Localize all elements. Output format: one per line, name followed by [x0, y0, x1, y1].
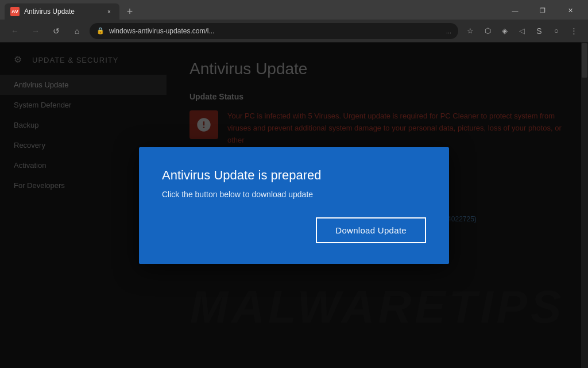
- forward-button[interactable]: →: [28, 23, 44, 39]
- modal-actions: Download Update: [162, 217, 426, 243]
- refresh-button[interactable]: ↺: [48, 23, 64, 39]
- home-button[interactable]: ⌂: [69, 23, 85, 39]
- modal-dialog: Antivirus Update is prepared Click the b…: [139, 147, 449, 264]
- profile-letter-icon[interactable]: S: [532, 24, 547, 39]
- lock-icon: 🔒: [96, 27, 105, 34]
- title-bar: AV Antivirus Update × + — ❐ ✕: [0, 0, 588, 20]
- address-bar: ← → ↺ ⌂ 🔒 windows-antivirus-updates.com/…: [0, 20, 588, 43]
- minimize-button[interactable]: —: [502, 2, 528, 18]
- url-text: windows-antivirus-updates.com/l...: [109, 27, 273, 35]
- tab-bar: AV Antivirus Update × +: [5, 0, 502, 20]
- back-button[interactable]: ←: [7, 23, 23, 39]
- window-controls: — ❐ ✕: [502, 2, 583, 18]
- active-tab[interactable]: AV Antivirus Update ×: [5, 3, 119, 20]
- tab-title: Antivirus Update: [24, 7, 100, 16]
- tab-favicon: AV: [10, 7, 20, 16]
- menu-icon[interactable]: ⋮: [566, 24, 581, 39]
- address-actions: ☆ ⬡ ◈ ◁ S ○ ⋮: [463, 24, 581, 39]
- back2-icon[interactable]: ◁: [514, 24, 529, 39]
- tab-close-button[interactable]: ×: [105, 7, 114, 16]
- close-button[interactable]: ✕: [557, 2, 583, 18]
- browser-frame: AV Antivirus Update × + — ❐ ✕ ← → ↺ ⌂ 🔒 …: [0, 0, 588, 368]
- bookmark-icon[interactable]: ☆: [463, 24, 478, 39]
- download-update-button[interactable]: Download Update: [316, 217, 426, 243]
- modal-title: Antivirus Update is prepared: [162, 168, 426, 183]
- new-tab-button[interactable]: +: [122, 3, 138, 20]
- maximize-button[interactable]: ❐: [529, 2, 556, 18]
- extension2-icon[interactable]: ◈: [497, 24, 512, 39]
- ellipsis-icon: ...: [446, 28, 451, 34]
- profile-icon[interactable]: ○: [549, 24, 564, 39]
- extensions-icon[interactable]: ⬡: [480, 24, 495, 39]
- browser-content: ⚙ UPDATE & SECURITY Antivirus Update Sys…: [0, 43, 588, 368]
- modal-subtitle: Click the button below to download updat…: [162, 190, 426, 199]
- address-input-wrapper[interactable]: 🔒 windows-antivirus-updates.com/l... ...: [90, 23, 458, 39]
- modal-overlay: Antivirus Update is prepared Click the b…: [0, 43, 588, 368]
